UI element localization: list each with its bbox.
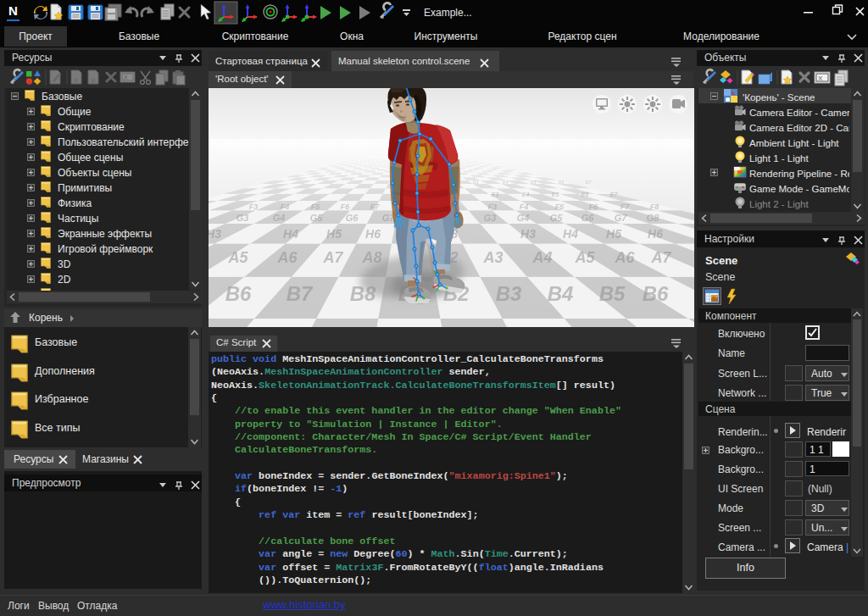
svg-text:D5: D5 [531,180,537,185]
svg-text:B4: B4 [548,282,574,305]
svg-text:H3: H3 [209,227,221,241]
svg-text:E3: E3 [492,191,499,197]
svg-text:A6: A6 [614,249,635,266]
svg-text:G6: G6 [581,213,595,223]
svg-text:G7: G7 [615,213,628,223]
svg-text:F4: F4 [520,203,529,211]
svg-text:G3: G3 [236,213,249,223]
svg-text:H5: H5 [606,227,621,241]
svg-text:F8: F8 [650,203,659,211]
svg-text:A5: A5 [227,249,248,266]
svg-text:D6: D6 [559,180,565,185]
svg-text:F6: F6 [341,203,350,211]
svg-text:G6: G6 [346,213,359,223]
svg-text:H4: H4 [563,227,578,241]
svg-text:F5: F5 [555,203,565,211]
svg-text:F7: F7 [620,203,630,211]
svg-text:E4: E4 [522,191,530,197]
svg-text:A7: A7 [322,249,343,266]
svg-text:E5: E5 [552,191,559,197]
svg-text:A7: A7 [650,249,671,266]
svg-text:F3: F3 [488,203,498,211]
svg-text:E6: E6 [581,191,589,197]
svg-text:A4: A4 [531,249,552,266]
svg-text:F3: F3 [249,203,259,211]
svg-text:B3: B3 [496,282,522,305]
svg-text:X: X [818,75,823,82]
svg-text:H6: H6 [365,227,381,241]
svg-text:H6: H6 [648,227,663,241]
svg-text:G4: G4 [517,213,530,223]
svg-text:D3: D3 [473,180,479,185]
svg-text:G5: G5 [550,213,564,223]
svg-text:A6: A6 [276,249,298,266]
svg-text:E7: E7 [610,191,619,197]
svg-text:F6: F6 [589,203,598,211]
svg-text:G8: G8 [647,213,660,223]
svg-text:B5: B5 [599,282,626,305]
svg-text:B6: B6 [643,282,669,305]
svg-text:H4: H4 [283,227,298,241]
svg-text:D7: D7 [586,180,592,185]
svg-text:F4: F4 [281,203,290,211]
svg-text:H3: H3 [520,227,536,241]
svg-text:D4: D4 [503,180,509,185]
svg-text:F5: F5 [311,203,320,211]
svg-text:B7: B7 [287,282,314,305]
svg-text:A5: A5 [574,249,595,266]
svg-text:G3: G3 [484,213,497,223]
svg-text:A3: A3 [482,249,503,266]
svg-text:H5: H5 [326,227,342,241]
svg-text:B6: B6 [225,282,252,305]
svg-text:X: X [124,75,128,80]
svg-text:G5: G5 [310,213,324,223]
svg-text:G4: G4 [273,213,286,223]
svg-text:F7: F7 [370,203,380,211]
